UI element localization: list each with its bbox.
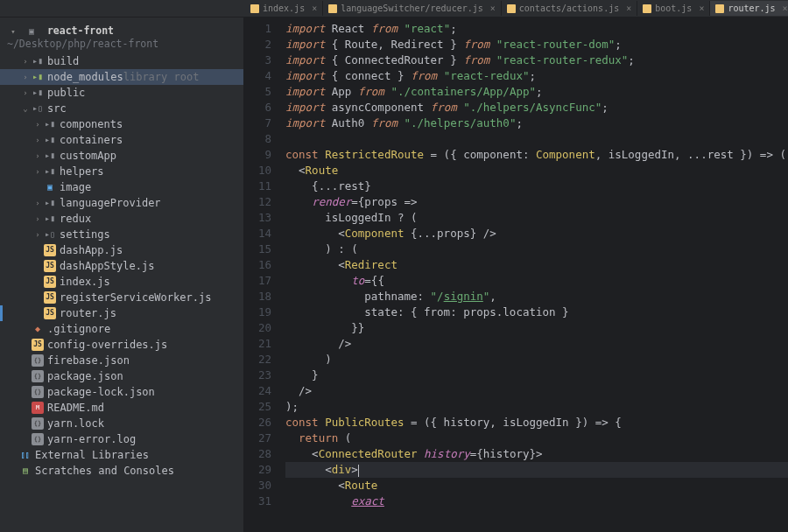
tree-label: components	[60, 118, 123, 130]
chevron-icon[interactable]: ⌄	[19, 104, 32, 113]
tree-item-External-Libraries[interactable]: ⫿⫿External Libraries	[0, 447, 243, 463]
tree-item-components[interactable]: ›▸▮components	[0, 116, 243, 132]
code-line-9[interactable]: const RestrictedRoute = ({ component: Co…	[285, 147, 788, 163]
tree-label: firebase.json	[47, 354, 130, 367]
code-line-14[interactable]: <Component {...props} />	[285, 226, 788, 242]
tab-index-js[interactable]: index.js×	[245, 1, 323, 16]
tree-item-settings[interactable]: ›▸▯settings	[0, 227, 243, 242]
code-line-29[interactable]: <div>	[285, 462, 788, 478]
code-line-2[interactable]: import { Route, Redirect } from "react-r…	[285, 37, 788, 52]
chevron-icon[interactable]: ›	[19, 88, 32, 97]
code-area[interactable]: import React from "react";import { Route…	[278, 18, 788, 532]
close-icon[interactable]: ×	[312, 4, 317, 13]
tree-item-helpers[interactable]: ›▸▮helpers	[0, 164, 243, 179]
code-line-16[interactable]: <Redirect	[285, 257, 788, 273]
tree-item-node-modules[interactable]: ›▸▮node_modules library root	[0, 69, 243, 85]
tree-item-package-json[interactable]: {}package.json	[0, 368, 243, 384]
code-line-18[interactable]: pathname: "/signin",	[285, 289, 788, 304]
close-icon[interactable]: ×	[626, 4, 631, 13]
code-line-21[interactable]: />	[285, 336, 788, 352]
tree-item-customApp[interactable]: ›▸▮customApp	[0, 148, 243, 164]
tree-suffix: library root	[123, 71, 200, 83]
folder-icon: ▸▮	[32, 55, 44, 67]
tree-item-package-lock-json[interactable]: {}package-lock.json	[0, 384, 243, 400]
tree-label: languageProvider	[60, 197, 161, 209]
chevron-icon[interactable]: ›	[32, 120, 44, 129]
code-line-15[interactable]: ) : (	[285, 242, 788, 257]
tab-languageSwitcher-reducer-js[interactable]: languageSwitcher/reducer.js×	[323, 1, 502, 16]
js-file-icon: JS	[44, 276, 56, 288]
chevron-icon[interactable]: ›	[32, 214, 44, 223]
code-line-31[interactable]: exact	[285, 494, 788, 509]
chevron-icon[interactable]: ›	[19, 57, 32, 66]
tree-item-public[interactable]: ›▸▮public	[0, 85, 243, 101]
code-line-25[interactable]: );	[285, 399, 788, 415]
code-line-4[interactable]: import { connect } from "react-redux";	[285, 68, 788, 84]
close-icon[interactable]: ×	[699, 4, 704, 13]
code-line-28[interactable]: <ConnectedRouter history={history}>	[285, 446, 788, 462]
tree-item--gitignore[interactable]: ◆.gitignore	[0, 321, 243, 337]
tree-item-firebase-json[interactable]: {}firebase.json	[0, 353, 243, 368]
tab-router-js[interactable]: router.js×	[710, 1, 788, 16]
git-icon: ◆	[32, 323, 44, 335]
code-line-12[interactable]: render={props =>	[285, 194, 788, 210]
code-line-5[interactable]: import App from "./containers/App/App";	[285, 84, 788, 100]
code-line-8[interactable]	[285, 131, 788, 147]
tree-item-router-js[interactable]: JSrouter.js	[0, 305, 243, 321]
tree-item-dashApp-js[interactable]: JSdashApp.js	[0, 242, 243, 258]
tree-item-src[interactable]: ⌄▸▯src	[0, 101, 243, 116]
code-line-1[interactable]: import React from "react";	[285, 21, 788, 37]
tree-label: dashAppStyle.js	[60, 260, 154, 272]
tab-contacts-actions-js[interactable]: contacts/actions.js×	[502, 1, 637, 16]
tree-item-image[interactable]: ▣image	[0, 179, 243, 195]
tree-item-index-js[interactable]: JSindex.js	[0, 274, 243, 290]
chevron-icon[interactable]: ›	[19, 73, 32, 81]
code-line-23[interactable]: }	[285, 368, 788, 383]
code-line-30[interactable]: <Route	[285, 478, 788, 494]
tab-boot-js[interactable]: boot.js×	[637, 1, 710, 16]
markdown-icon: M	[32, 402, 44, 414]
code-editor[interactable]: 1234567891011121314151617181920212223242…	[243, 18, 788, 532]
code-line-22[interactable]: )	[285, 352, 788, 368]
folder-open-icon: ▸▯	[32, 102, 44, 115]
tree-item-build[interactable]: ›▸▮build	[0, 53, 243, 69]
text-cursor	[358, 465, 359, 477]
tree-item-registerServiceWorker-js[interactable]: JSregisterServiceWorker.js	[0, 290, 243, 305]
code-line-17[interactable]: to={{	[285, 273, 788, 289]
close-icon[interactable]: ×	[783, 4, 788, 13]
code-line-10[interactable]: <Route	[285, 163, 788, 178]
js-file-icon	[250, 4, 259, 13]
tree-item-languageProvider[interactable]: ›▸▮languageProvider	[0, 195, 243, 211]
close-icon[interactable]: ×	[490, 4, 496, 13]
code-line-6[interactable]: import asyncComponent from "./helpers/As…	[285, 100, 788, 116]
folder-icon: ▸▮	[44, 165, 56, 178]
js-file-icon	[715, 4, 724, 13]
code-line-20[interactable]: }}	[285, 320, 788, 336]
chevron-icon[interactable]: ›	[32, 230, 44, 239]
code-line-7[interactable]: import Auth0 from "./helpers/auth0";	[285, 116, 788, 131]
line-gutter: 1234567891011121314151617181920212223242…	[243, 18, 278, 532]
code-line-13[interactable]: isLoggedIn ? (	[285, 210, 788, 226]
tree-label: redux	[60, 213, 91, 225]
code-line-3[interactable]: import { ConnectedRouter } from "react-r…	[285, 52, 788, 68]
code-line-19[interactable]: state: { from: props.location }	[285, 304, 788, 320]
tree-item-dashAppStyle-js[interactable]: JSdashAppStyle.js	[0, 258, 243, 274]
chevron-icon[interactable]: ›	[32, 199, 44, 207]
tree-item-Scratches-and-Consoles[interactable]: ▤Scratches and Consoles	[0, 463, 243, 479]
tree-item-yarn-lock[interactable]: {}yarn.lock	[0, 416, 243, 431]
project-sidebar[interactable]: ▾ ▣ react-front ~/Desktop/php/react-fron…	[0, 18, 243, 532]
js-file-icon: JS	[44, 307, 56, 319]
tree-item-config-overrides-js[interactable]: JSconfig-overrides.js	[0, 337, 243, 353]
tree-label: registerServiceWorker.js	[60, 291, 211, 304]
tree-item-containers[interactable]: ›▸▮containers	[0, 132, 243, 148]
tree-item-redux[interactable]: ›▸▮redux	[0, 211, 243, 227]
chevron-icon[interactable]: ›	[32, 136, 44, 144]
tree-item-README-md[interactable]: MREADME.md	[0, 400, 243, 416]
code-line-24[interactable]: />	[285, 383, 788, 399]
chevron-icon[interactable]: ›	[32, 167, 44, 176]
code-line-11[interactable]: {...rest}	[285, 178, 788, 194]
tree-item-yarn-error-log[interactable]: {}yarn-error.log	[0, 431, 243, 447]
code-line-27[interactable]: return (	[285, 430, 788, 446]
chevron-icon[interactable]: ›	[32, 151, 44, 160]
code-line-26[interactable]: const PublicRoutes = ({ history, isLogge…	[285, 415, 788, 430]
